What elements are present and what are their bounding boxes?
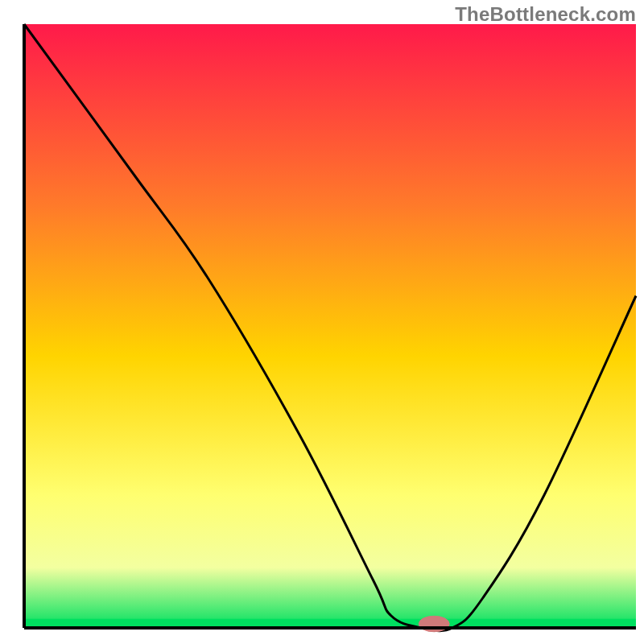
chart-svg: [0, 0, 644, 644]
bottleneck-chart: TheBottleneck.com: [0, 0, 644, 644]
plot-background: [24, 24, 636, 628]
watermark-text: TheBottleneck.com: [455, 3, 636, 26]
